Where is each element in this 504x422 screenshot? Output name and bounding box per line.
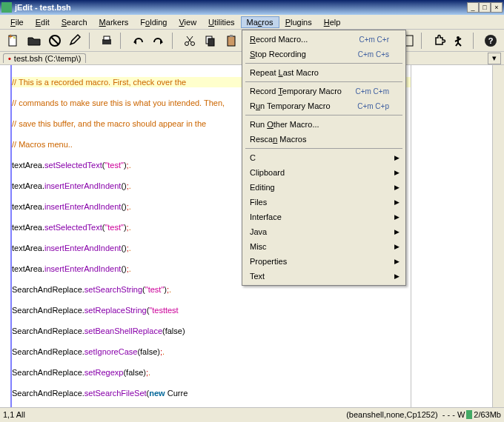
maximize-button[interactable]: □ (479, 2, 491, 13)
menu-separator (245, 115, 402, 115)
menu-files[interactable]: Files▶ (244, 195, 404, 210)
code-line: // This is a recorded macro. First, chec… (12, 78, 186, 87)
svg-rect-6 (104, 36, 110, 40)
svg-rect-15 (228, 36, 235, 46)
menu-misc[interactable]: Misc▶ (244, 239, 404, 254)
toolbar-separator (421, 33, 425, 49)
menu-c[interactable]: C▶ (244, 150, 404, 165)
svg-point-9 (185, 41, 189, 45)
menu-edit[interactable]: Edit (30, 16, 56, 28)
toolbar-separator (89, 33, 93, 49)
menu-help[interactable]: Help (318, 16, 347, 28)
menu-repeat-last-macro[interactable]: Repeat Last Macro (244, 65, 404, 80)
macros-menu: Record Macro...C+m C+r Stop RecordingC+m… (242, 30, 406, 286)
menu-editing[interactable]: Editing▶ (244, 180, 404, 195)
menu-record-macro[interactable]: Record Macro...C+m C+r (244, 32, 404, 47)
buffer-tab[interactable]: • test.bsh (C:\temp\) (3, 53, 86, 63)
menu-utilities[interactable]: Utilities (202, 16, 240, 28)
status-flags: - - - W (442, 410, 465, 419)
menu-run-temp-macro[interactable]: Run Temporary MacroC+m C+p (244, 98, 404, 113)
paste-icon[interactable] (222, 32, 240, 50)
menu-separator (245, 63, 402, 64)
svg-line-4 (51, 37, 59, 44)
svg-line-32 (456, 43, 458, 46)
toolbar-separator (120, 33, 125, 49)
minimize-button[interactable]: _ (467, 2, 479, 13)
menu-folding[interactable]: Folding (134, 16, 173, 28)
submenu-arrow-icon: ▶ (394, 228, 399, 235)
help-icon[interactable]: ? (482, 32, 500, 50)
close-button[interactable]: × (491, 2, 503, 13)
app-icon (1, 2, 12, 13)
svg-rect-16 (230, 35, 233, 37)
memory-icon (466, 410, 472, 419)
submenu-arrow-icon: ▶ (394, 169, 399, 176)
new-file-icon[interactable]: + (4, 32, 22, 50)
menu-record-temp-macro[interactable]: Record Temporary MacroC+m C+m (244, 84, 404, 98)
submenu-arrow-icon: ▶ (394, 243, 399, 250)
menubar: File Edit Search Markers Folding View Ut… (0, 15, 504, 30)
vertical-scrollbar[interactable] (492, 65, 504, 407)
status-memory: 2/63Mb (474, 410, 501, 419)
submenu-arrow-icon: ▶ (394, 272, 399, 280)
svg-rect-14 (208, 38, 214, 46)
cut-icon[interactable] (181, 32, 199, 50)
statusbar: 1,1 All (beanshell,none,Cp1252) - - - W … (0, 407, 504, 421)
submenu-arrow-icon: ▶ (394, 184, 399, 191)
menu-file[interactable]: File (4, 16, 30, 28)
submenu-arrow-icon: ▶ (394, 258, 399, 265)
menu-properties[interactable]: Properties▶ (244, 254, 404, 269)
edit-icon[interactable] (67, 32, 84, 50)
buffer-dirty-icon: • (8, 54, 11, 63)
buffer-label: test.bsh (C:\temp\) (14, 54, 81, 63)
code-line: // save this buffer, and the macro shoul… (12, 119, 206, 128)
menu-macros[interactable]: Macros (241, 16, 279, 28)
menu-view[interactable]: View (173, 16, 202, 28)
window-title: jEdit - test.bsh (15, 3, 467, 12)
code-line: // commands to make sure this is what yo… (12, 98, 225, 107)
gutter (0, 65, 12, 407)
undo-icon[interactable] (129, 32, 147, 50)
run-icon[interactable] (451, 32, 468, 50)
svg-point-10 (191, 41, 195, 45)
menu-separator (245, 81, 402, 82)
menu-markers[interactable]: Markers (93, 16, 135, 28)
open-file-icon[interactable] (25, 32, 43, 50)
menu-clipboard[interactable]: Clipboard▶ (244, 165, 404, 180)
copy-icon[interactable] (202, 32, 219, 50)
menu-stop-recording[interactable]: Stop RecordingC+m C+s (244, 47, 404, 61)
menu-text[interactable]: Text▶ (244, 269, 404, 284)
toolbar-separator (172, 33, 176, 49)
no-entry-icon[interactable] (46, 32, 64, 50)
status-encoding: (beanshell,none,Cp1252) (346, 410, 438, 419)
svg-text:?: ? (488, 36, 494, 45)
plugin-icon[interactable] (430, 32, 448, 50)
titlebar: jEdit - test.bsh _ □ × (0, 0, 504, 15)
menu-search[interactable]: Search (56, 16, 93, 28)
submenu-arrow-icon: ▶ (394, 198, 399, 206)
svg-text:+: + (8, 33, 13, 41)
menu-run-other-macro[interactable]: Run Other Macro... (244, 117, 404, 132)
menu-separator (245, 148, 402, 149)
redo-icon[interactable] (150, 32, 168, 50)
menu-interface[interactable]: Interface▶ (244, 210, 404, 224)
menu-plugins[interactable]: Plugins (279, 16, 318, 28)
submenu-arrow-icon: ▶ (394, 154, 399, 161)
right-pane (411, 65, 492, 407)
toolbar-separator (473, 33, 477, 49)
print-icon[interactable] (98, 32, 116, 50)
buffer-dropdown-button[interactable]: ▾ (488, 53, 501, 64)
submenu-arrow-icon: ▶ (394, 213, 399, 221)
status-position: 1,1 All (3, 410, 346, 419)
code-line: // Macros menu.. (12, 140, 73, 149)
menu-java[interactable]: Java▶ (244, 224, 404, 239)
menu-rescan-macros[interactable]: Rescan Macros (244, 132, 404, 147)
